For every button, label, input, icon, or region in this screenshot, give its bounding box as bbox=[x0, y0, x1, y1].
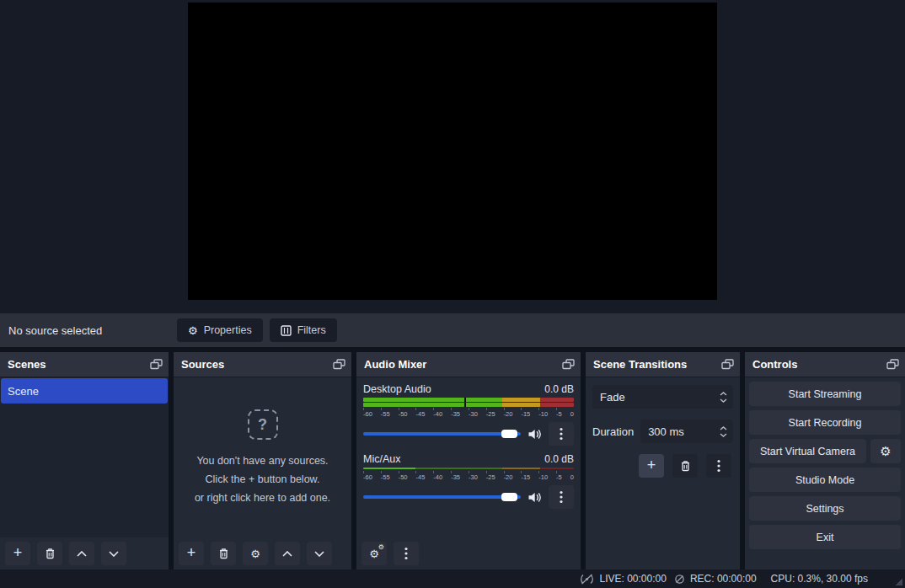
kebab-menu-icon bbox=[560, 427, 563, 441]
spinner-arrows-icon bbox=[720, 392, 727, 403]
add-transition-button[interactable]: + bbox=[639, 454, 664, 478]
plus-icon: + bbox=[13, 545, 23, 560]
obs-main-window: No source selected ⚙ Properties Filters … bbox=[0, 0, 905, 588]
mixer-channel-desktop-audio: Desktop Audio 0.0 dB -60-55-50-45-40-35-… bbox=[363, 383, 574, 453]
tick-label: -50 bbox=[399, 473, 408, 481]
virtual-camera-config-button[interactable]: ⚙ bbox=[870, 439, 901, 463]
tick-label: -25 bbox=[486, 410, 495, 418]
volume-slider-handle[interactable] bbox=[501, 430, 517, 438]
speaker-icon[interactable] bbox=[527, 491, 542, 504]
popout-icon[interactable] bbox=[562, 359, 575, 370]
filters-button-label: Filters bbox=[297, 324, 326, 336]
duration-spinbox[interactable]: 300 ms bbox=[640, 420, 733, 443]
transition-select-value: Fade bbox=[600, 391, 625, 404]
tick-label: -35 bbox=[451, 473, 460, 481]
cpu-status: CPU: 0.3%, 30.00 fps bbox=[771, 573, 868, 585]
tick-label: -15 bbox=[521, 410, 530, 418]
tick-label: -35 bbox=[451, 410, 460, 418]
tick-label: -45 bbox=[415, 410, 425, 418]
duration-value: 300 ms bbox=[648, 425, 684, 438]
speaker-icon[interactable] bbox=[527, 428, 542, 441]
start-streaming-button[interactable]: Start Streaming bbox=[749, 382, 901, 406]
controls-panel-header[interactable]: Controls bbox=[745, 352, 905, 377]
sources-empty-state[interactable]: ? You don't have any sources. Click the … bbox=[174, 377, 351, 537]
tick-label: -10 bbox=[538, 410, 548, 418]
mixer-toolbar: ⚙⚙ bbox=[356, 537, 581, 569]
settings-button[interactable]: Settings bbox=[749, 496, 901, 521]
controls-panel: Controls Start Streaming Start Recording… bbox=[745, 352, 905, 569]
preview-canvas[interactable] bbox=[188, 3, 717, 300]
scene-list-item[interactable]: Scene bbox=[1, 378, 168, 404]
trash-icon bbox=[45, 548, 56, 559]
tick-label: -60 bbox=[363, 473, 372, 481]
volume-slider[interactable] bbox=[363, 428, 521, 440]
studio-mode-button[interactable]: Studio Mode bbox=[749, 468, 901, 492]
transition-select[interactable]: Fade bbox=[592, 385, 733, 409]
volume-meter: -60-55-50-45-40-35-30-25-20-15-10-50 bbox=[363, 398, 574, 418]
tick-label: -55 bbox=[381, 410, 390, 418]
filters-button[interactable]: Filters bbox=[270, 318, 337, 342]
meter-scale: -60-55-50-45-40-35-30-25-20-15-10-50 bbox=[363, 410, 574, 418]
source-properties-button[interactable]: ⚙ bbox=[243, 542, 268, 565]
transition-options-button[interactable] bbox=[706, 454, 731, 478]
resize-grip[interactable] bbox=[896, 579, 902, 585]
popout-icon[interactable] bbox=[150, 359, 163, 370]
plus-icon: + bbox=[187, 545, 196, 560]
scenes-panel-title: Scenes bbox=[8, 358, 46, 371]
meter-scale: -60-55-50-45-40-35-30-25-20-15-10-50 bbox=[363, 473, 574, 481]
audio-mixer-panel-header[interactable]: Audio Mixer bbox=[356, 352, 581, 377]
start-virtual-camera-button[interactable]: Start Virtual Camera bbox=[749, 439, 866, 463]
scene-transitions-panel-header[interactable]: Scene Transitions bbox=[586, 352, 740, 377]
trash-icon bbox=[218, 548, 229, 559]
volume-slider-handle[interactable] bbox=[501, 493, 517, 501]
remove-scene-button[interactable] bbox=[37, 542, 62, 565]
channel-level-db: 0.0 dB bbox=[544, 453, 574, 465]
plus-icon: + bbox=[647, 457, 656, 473]
scene-list: Scene bbox=[0, 377, 169, 537]
popout-icon[interactable] bbox=[721, 359, 734, 370]
sources-panel-title: Sources bbox=[181, 358, 224, 371]
remove-source-button[interactable] bbox=[211, 542, 236, 565]
spinner-arrows-icon bbox=[720, 426, 727, 437]
add-source-button[interactable]: + bbox=[179, 542, 204, 565]
channel-options-button[interactable] bbox=[549, 422, 574, 446]
audio-mixer-body: Desktop Audio 0.0 dB -60-55-50-45-40-35-… bbox=[356, 377, 581, 537]
popout-icon[interactable] bbox=[886, 359, 899, 370]
tick-label: -10 bbox=[538, 473, 548, 481]
properties-button[interactable]: ⚙ Properties bbox=[177, 318, 263, 342]
sources-toolbar: + ⚙ bbox=[174, 537, 351, 569]
channel-options-button[interactable] bbox=[549, 485, 574, 509]
question-mark-icon: ? bbox=[248, 409, 278, 440]
move-scene-up-button[interactable] bbox=[69, 542, 94, 565]
stream-inactive-icon bbox=[580, 574, 594, 585]
audio-mixer-panel: Audio Mixer Desktop Audio 0.0 dB bbox=[356, 352, 581, 569]
start-recording-button[interactable]: Start Recording bbox=[749, 410, 901, 435]
add-scene-button[interactable]: + bbox=[5, 542, 30, 565]
scenes-panel-header[interactable]: Scenes bbox=[0, 352, 169, 377]
volume-slider[interactable] bbox=[363, 491, 521, 503]
move-source-up-button[interactable] bbox=[275, 542, 300, 565]
tick-label: -20 bbox=[504, 473, 513, 481]
empty-state-line: Click the + button below. bbox=[206, 472, 320, 487]
move-source-down-button[interactable] bbox=[307, 542, 332, 565]
rec-status: REC: 00:00:00 bbox=[674, 573, 757, 585]
remove-transition-button[interactable] bbox=[672, 454, 698, 478]
tick-label: -25 bbox=[486, 473, 495, 481]
move-scene-down-button[interactable] bbox=[101, 542, 126, 565]
kebab-menu-icon bbox=[717, 459, 720, 473]
exit-button[interactable]: Exit bbox=[749, 525, 901, 549]
tick-label: -30 bbox=[469, 473, 478, 481]
advanced-audio-properties-button[interactable]: ⚙⚙ bbox=[361, 542, 387, 565]
source-status-label: No source selected bbox=[8, 324, 177, 337]
chevron-up-icon bbox=[77, 551, 87, 557]
sources-panel-header[interactable]: Sources bbox=[174, 352, 351, 377]
properties-button-label: Properties bbox=[204, 324, 252, 336]
double-gear-icon: ⚙⚙ bbox=[369, 548, 379, 559]
mixer-options-button[interactable] bbox=[394, 542, 419, 565]
popout-icon[interactable] bbox=[333, 359, 345, 370]
controls-body: Start Streaming Start Recording Start Vi… bbox=[745, 377, 905, 569]
tick-label: 0 bbox=[570, 410, 574, 418]
scenes-panel: Scenes Scene + bbox=[0, 352, 169, 569]
preview-area bbox=[0, 0, 905, 313]
scene-transitions-panel-title: Scene Transitions bbox=[593, 358, 687, 371]
